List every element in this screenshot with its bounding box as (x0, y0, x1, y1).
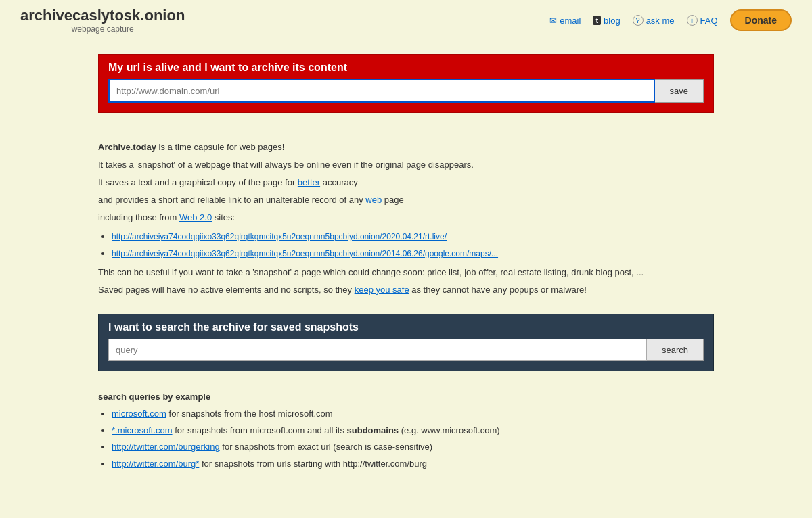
askme-label: ask me (646, 16, 675, 26)
search-example-desc-2: for snapshots from microsoft.com and all… (175, 425, 499, 435)
search-example-item-3: http://twitter.com/burgerking for snapsh… (112, 440, 714, 454)
faq-icon: i (687, 15, 698, 26)
faq-label: FAQ (700, 16, 718, 26)
example-link-item-1: http://archiveiya74codqgiixo33q62qlrqtkg… (112, 229, 714, 244)
search-example-desc-3: for snapshots from exact url (search is … (222, 442, 432, 452)
archive-section: My url is alive and I want to archive it… (98, 54, 714, 113)
search-section-title: I want to search the archive for saved s… (99, 314, 713, 339)
main-content: My url is alive and I want to archive it… (85, 41, 727, 488)
example-link-2[interactable]: http://archiveiya74codqgiixo33q62qlrqtkg… (112, 249, 498, 258)
desc-line1-rest: is a time capsule for web pages! (156, 142, 284, 152)
keep-safe-link[interactable]: keep you safe (355, 285, 409, 295)
search-example-link-2[interactable]: *.microsoft.com (112, 425, 173, 435)
search-examples-list: microsoft.com for snapshots from the hos… (112, 407, 714, 471)
archive-input-row: save (99, 79, 713, 112)
web20-link[interactable]: Web 2.0 (179, 212, 212, 222)
askme-link[interactable]: ? ask me (633, 15, 675, 26)
archive-today-bold: Archive.today (98, 142, 156, 152)
site-title: archivecaslytosk.onion (20, 7, 185, 24)
search-query-input[interactable] (108, 339, 647, 361)
blog-label: blog (604, 16, 621, 26)
email-label: email (560, 16, 581, 26)
better-link[interactable]: better (298, 177, 320, 187)
search-examples-block: search queries by example microsoft.com … (98, 385, 714, 471)
search-example-link-4[interactable]: http://twitter.com/burg* (112, 458, 199, 469)
site-subtitle: webpage capture (20, 24, 185, 34)
search-example-item-1: microsoft.com for snapshots from the hos… (112, 407, 714, 421)
search-examples-title: search queries by example (98, 392, 714, 402)
example-links: http://archiveiya74codqgiixo33q62qlrqtkg… (112, 229, 714, 260)
header: archivecaslytosk.onion webpage capture ✉… (0, 0, 812, 41)
search-example-desc-4: for snapshots from urls starting with ht… (202, 458, 427, 469)
desc-line7: Saved pages will have no active elements… (98, 283, 714, 298)
search-button[interactable]: search (647, 339, 704, 361)
search-example-link-1[interactable]: microsoft.com (112, 408, 166, 419)
askme-icon: ? (633, 15, 644, 26)
blog-link[interactable]: t blog (593, 16, 620, 26)
desc-line5: including those from Web 2.0 sites: (98, 210, 714, 225)
search-example-link-3[interactable]: http://twitter.com/burgerking (112, 442, 220, 452)
donate-button[interactable]: Donate (730, 9, 792, 31)
save-button[interactable]: save (655, 79, 704, 103)
search-example-item-4: http://twitter.com/burg* for snapshots f… (112, 457, 714, 471)
search-input-row: search (99, 339, 713, 371)
desc-line6: This can be useful if you want to take a… (98, 265, 714, 280)
logo-block: archivecaslytosk.onion webpage capture (20, 7, 185, 34)
archive-url-input[interactable] (108, 79, 655, 103)
email-link[interactable]: ✉ email (549, 16, 581, 26)
desc-line1: Archive.today is a time capsule for web … (98, 140, 714, 155)
description-block: Archive.today is a time capsule for web … (98, 133, 714, 314)
header-nav: ✉ email t blog ? ask me i FAQ Donate (549, 9, 792, 31)
desc-line2: It takes a 'snapshot' of a webpage that … (98, 158, 714, 172)
search-example-desc-1: for snapshots from the host microsoft.co… (169, 408, 333, 419)
example-link-item-2: http://archiveiya74codqgiixo33q62qlrqtkg… (112, 246, 714, 261)
email-icon: ✉ (549, 16, 557, 26)
faq-link[interactable]: i FAQ (687, 15, 718, 26)
example-link-1[interactable]: http://archiveiya74codqgiixo33q62qlrqtkg… (112, 232, 447, 241)
blog-icon: t (593, 16, 601, 25)
search-section: I want to search the archive for saved s… (98, 314, 714, 371)
desc-line3: It saves a text and a graphical copy of … (98, 175, 714, 190)
archive-section-title: My url is alive and I want to archive it… (99, 55, 713, 79)
web-link[interactable]: web (365, 195, 382, 205)
desc-line4: and provides a short and reliable link t… (98, 193, 714, 208)
search-example-item-2: *.microsoft.com for snapshots from micro… (112, 424, 714, 438)
